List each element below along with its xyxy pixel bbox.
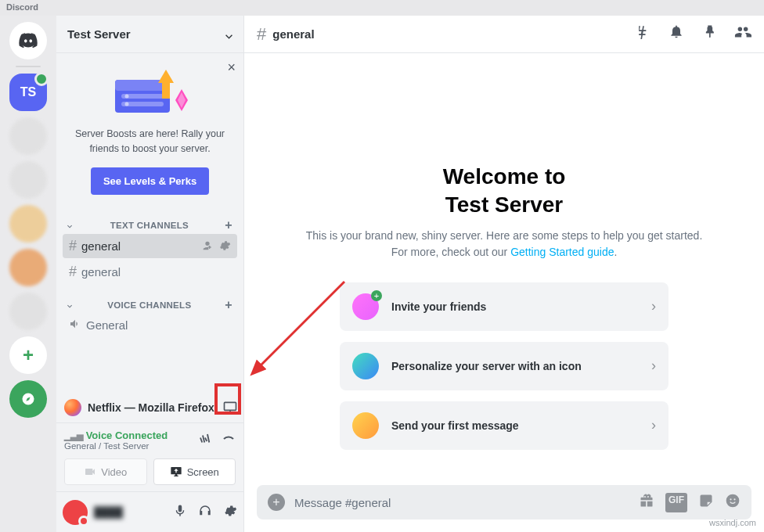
mute-icon[interactable] xyxy=(173,504,187,521)
firefox-icon xyxy=(64,399,81,416)
section-title: TEXT CHANNELS xyxy=(110,221,189,230)
personalize-icon xyxy=(352,353,379,379)
text-channels-section: TEXT CHANNELS + # general # general xyxy=(56,207,243,287)
message-composer[interactable]: + Message #general GIF xyxy=(257,485,751,519)
hash-icon: # xyxy=(257,24,266,45)
add-channel-icon[interactable]: + xyxy=(225,218,232,232)
speaker-icon xyxy=(69,318,81,332)
app-root: TS + Test Server ⌵ × xyxy=(0,16,764,532)
voice-channels-section: VOICE CHANNELS + General xyxy=(56,287,243,340)
sticker-icon[interactable] xyxy=(698,493,714,512)
getting-started-link[interactable]: Getting Started guide xyxy=(510,246,614,258)
voice-connected-status: ▁▃▅ Voice Connected xyxy=(64,430,168,441)
settings-icon[interactable] xyxy=(223,504,237,521)
screen-button[interactable]: Screen xyxy=(153,458,236,485)
boost-promo: × Server Boosts are here! Rally your fri… xyxy=(56,53,243,207)
emoji-icon[interactable] xyxy=(725,493,741,512)
user-area: ████ xyxy=(56,491,243,532)
voice-channels-header[interactable]: VOICE CHANNELS + xyxy=(63,298,237,312)
server-blurred-3[interactable] xyxy=(9,205,47,243)
disconnect-icon[interactable] xyxy=(222,432,236,449)
server-blurred-5[interactable] xyxy=(9,293,47,330)
boost-illustration xyxy=(66,66,234,120)
create-invite-icon[interactable] xyxy=(201,239,214,252)
main-panel: # general Welcome to Test Server This is… xyxy=(244,16,764,532)
rail-divider xyxy=(16,66,41,67)
add-channel-icon[interactable]: + xyxy=(225,298,232,312)
svg-rect-6 xyxy=(225,402,236,410)
section-title: VOICE CHANNELS xyxy=(107,300,191,310)
noise-suppression-icon[interactable] xyxy=(198,432,212,449)
hash-icon: # xyxy=(69,238,77,254)
server-blurred-1[interactable] xyxy=(9,117,47,155)
channel-name: general xyxy=(81,239,121,253)
gif-icon[interactable]: GIF xyxy=(665,493,687,512)
card-label: Send your first message xyxy=(391,419,639,432)
channel-name: general xyxy=(81,265,121,279)
add-server-button[interactable]: + xyxy=(9,336,47,374)
boost-text: Server Boosts are here! Rally your frien… xyxy=(66,127,234,156)
attach-icon[interactable]: + xyxy=(268,494,285,511)
server-test-server[interactable]: TS xyxy=(9,74,47,111)
server-initials: TS xyxy=(20,85,36,99)
card-personalize[interactable]: Personalize your server with an icon › xyxy=(340,342,668,390)
close-icon[interactable]: × xyxy=(227,59,236,76)
voice-channel-sub: General / Test Server xyxy=(64,441,168,451)
voice-channel-general[interactable]: General xyxy=(63,314,237,336)
pinned-icon[interactable] xyxy=(701,23,717,45)
channel-sidebar: Test Server ⌵ × Server Boosts are here! xyxy=(56,16,244,532)
svg-point-5 xyxy=(124,102,128,106)
screen-share-icon[interactable] xyxy=(222,399,239,416)
gear-icon[interactable] xyxy=(218,239,231,252)
explore-servers-button[interactable] xyxy=(9,380,47,418)
threads-icon[interactable] xyxy=(636,23,651,45)
card-label: Personalize your server with an icon xyxy=(391,360,639,372)
svg-point-7 xyxy=(726,494,740,507)
status-dot xyxy=(78,516,89,527)
card-label: Invite your friends xyxy=(391,300,639,313)
channel-general-2[interactable]: # general xyxy=(63,260,237,284)
chat-content: Welcome to Test Server This is your bran… xyxy=(244,53,764,479)
welcome-title: Welcome to Test Server xyxy=(301,163,708,220)
text-channels-header[interactable]: TEXT CHANNELS + xyxy=(63,218,237,232)
welcome-block: Welcome to Test Server This is your bran… xyxy=(301,163,708,261)
video-button[interactable]: Video xyxy=(64,458,147,485)
svg-point-8 xyxy=(730,498,731,500)
firefox-streaming-row[interactable]: Netflix — Mozilla Firefox xyxy=(56,393,243,422)
send-message-icon xyxy=(352,412,379,439)
voice-panel: ▁▃▅ Voice Connected General / Test Serve… xyxy=(56,422,243,491)
svg-point-9 xyxy=(733,498,735,500)
watermark: wsxindj.com xyxy=(709,518,756,527)
card-send-message[interactable]: Send your first message › xyxy=(340,401,668,450)
welcome-subtitle: This is your brand new, shiny server. He… xyxy=(301,228,708,261)
voice-indicator-badge xyxy=(34,72,49,86)
signal-icon: ▁▃▅ xyxy=(64,431,83,440)
message-input[interactable]: Message #general xyxy=(294,496,629,509)
server-header[interactable]: Test Server ⌵ xyxy=(56,16,243,53)
home-button[interactable] xyxy=(9,22,47,59)
member-list-icon[interactable] xyxy=(734,23,751,45)
chevron-right-icon: › xyxy=(651,298,656,315)
server-blurred-2[interactable] xyxy=(9,161,47,199)
see-levels-perks-button[interactable]: See Levels & Perks xyxy=(91,167,209,195)
server-rail: TS + xyxy=(0,16,56,532)
chevron-right-icon: › xyxy=(651,417,656,433)
server-name: Test Server xyxy=(67,27,131,41)
avatar[interactable] xyxy=(63,500,88,525)
hash-icon: # xyxy=(69,264,77,280)
voice-channel-name: General xyxy=(86,318,128,332)
channel-title: general xyxy=(272,27,314,41)
card-invite-friends[interactable]: Invite your friends › xyxy=(340,282,668,331)
chevron-right-icon: › xyxy=(651,358,656,374)
onboarding-cards: Invite your friends › Personalize your s… xyxy=(340,282,668,450)
svg-point-4 xyxy=(124,95,128,99)
channel-general-selected[interactable]: # general xyxy=(63,234,237,258)
username: ████ xyxy=(94,506,123,518)
window-titlebar: Discord xyxy=(0,0,764,16)
gift-icon[interactable] xyxy=(639,493,654,512)
server-blurred-4[interactable] xyxy=(9,249,47,286)
invite-icon xyxy=(352,293,379,320)
deafen-icon[interactable] xyxy=(198,504,212,521)
notifications-icon[interactable] xyxy=(668,23,684,45)
channel-header: # general xyxy=(244,16,764,53)
